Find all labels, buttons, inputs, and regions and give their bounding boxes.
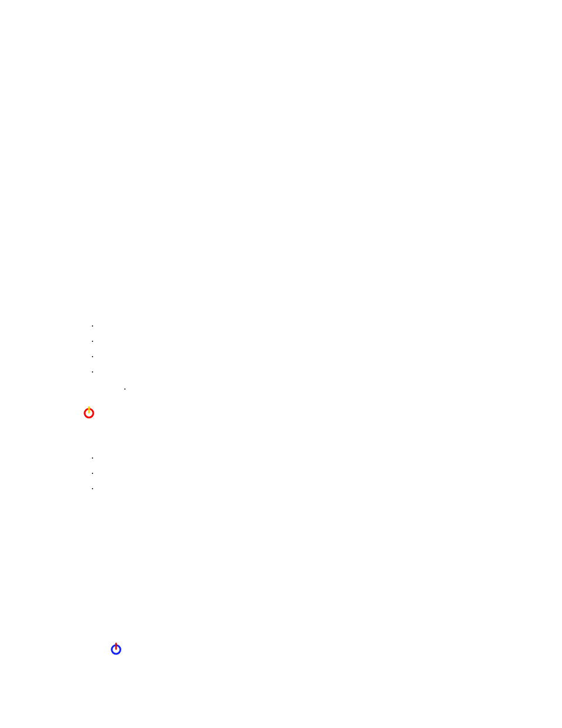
- power-icon: [82, 406, 95, 419]
- power-icon: [110, 643, 123, 655]
